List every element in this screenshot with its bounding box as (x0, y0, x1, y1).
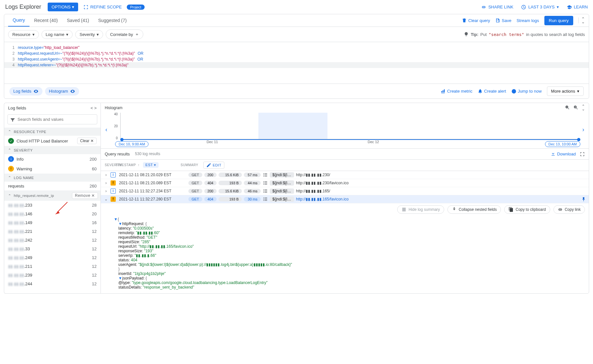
resource-row[interactable]: ✓ Cloud HTTP Load Balancer Clear ✕ (4, 136, 101, 146)
share-link-button[interactable]: SHARE LINK (481, 5, 513, 10)
warning-icon: ! (111, 197, 116, 202)
latency-pill: 46 ms (244, 189, 261, 193)
start-time-pill[interactable]: Dec 10, 9:00 AM (115, 141, 148, 147)
th-timestamp[interactable]: TIMESTAMP ↑ EST ▾ (116, 162, 173, 168)
end-time-pill[interactable]: Dec 13, 10:00 AM (545, 141, 580, 147)
log-fields-chip[interactable]: Log fields (9, 87, 42, 96)
severity-warning-row[interactable]: ! Warning 60 (4, 164, 101, 174)
section-severity[interactable]: ⌃ SEVERITY (4, 146, 101, 154)
query-results-title: Query results (105, 152, 130, 156)
expand-collapse-icon[interactable]: ⌃⌄ (578, 17, 585, 23)
stream-logs-button[interactable]: Stream logs (516, 18, 539, 23)
save-button[interactable]: Save (495, 18, 511, 23)
clock-icon (521, 5, 526, 10)
remote-ip-row[interactable]: ▮▮.▮▮.▮▮.23328 (4, 201, 101, 210)
chevron-up-icon: ⌃ (8, 130, 11, 134)
log-row[interactable]: › i 2021-12-11 08:21:20.029 EST GET 200 … (101, 171, 589, 179)
collapse-nested-button[interactable]: Collapse nested fields (447, 205, 501, 214)
clear-query-button[interactable]: Clear query (462, 18, 490, 23)
remote-ip-row[interactable]: ▮▮.▮▮.▮▮.14916 (4, 218, 101, 227)
tab-suggested[interactable]: Suggested (7) (94, 15, 131, 26)
request-url: http://▮▮.▮▮.▮▮.230/ (296, 173, 330, 177)
remote-ip-row[interactable]: ▮▮.▮▮.▮▮.24412 (4, 279, 101, 288)
edit-columns-button[interactable]: EDIT (203, 162, 224, 169)
tab-recent[interactable]: Recent (40) (30, 15, 62, 26)
clear-resource-button[interactable]: Clear ✕ (77, 138, 97, 144)
timestamp: 2021-12-11 08:21:20.029 EST (119, 173, 179, 177)
resource-filter[interactable]: Resource ▾ (8, 30, 39, 39)
size-pill: 15.6 KiB (219, 189, 242, 193)
pencil-icon (206, 163, 211, 168)
zoom-out-icon[interactable] (565, 105, 570, 111)
remote-ip-row[interactable]: ▮▮.▮▮.▮▮.22112 (4, 227, 101, 236)
remote-ip-row[interactable]: ▮▮.▮▮.▮▮.3312 (4, 245, 101, 253)
check-icon: ✓ (8, 138, 14, 144)
remote-ip-row[interactable]: ▮▮.▮▮.▮▮.24912 (4, 253, 101, 262)
histogram-chart[interactable]: 40 20 0 Dec 10, 9:00 AM Dec 13, 10:00 AM… (109, 113, 580, 146)
log-result-count: 530 log results (135, 152, 160, 156)
section-log-name[interactable]: ⌃ LOG NAME (4, 174, 101, 182)
chevron-down-icon: ▾ (97, 32, 99, 37)
refine-scope-button[interactable]: REFINE SCOPE (83, 5, 122, 10)
logname-requests-row[interactable]: requests 260 (4, 182, 101, 190)
hide-icon (401, 207, 407, 212)
severity-filter[interactable]: Severity ▾ (75, 30, 103, 39)
query-editor[interactable]: 1resource.type="http_load_balancer" 2htt… (4, 42, 589, 84)
download-button[interactable]: Download (551, 151, 576, 157)
logname-filter[interactable]: Log name ▾ (42, 30, 73, 39)
chevron-left-icon[interactable]: ‹ (103, 113, 109, 146)
copy-clipboard-button[interactable]: Copy to clipboard (504, 205, 550, 214)
remote-ip-row[interactable]: ▮▮.▮▮.▮▮.24212 (4, 236, 101, 245)
more-actions-button[interactable]: More actions ▾ (547, 86, 584, 96)
chevron-down-icon[interactable]: ⌄ (103, 197, 109, 201)
method-pill: GET (188, 197, 202, 201)
metric-icon (441, 89, 446, 94)
request-url: http://▮▮.▮▮.▮▮.230/favicon.ico (296, 181, 349, 185)
histogram-chip[interactable]: Histogram (45, 87, 79, 96)
remote-ip-row[interactable]: ▮▮.▮▮.▮▮.21112 (4, 262, 101, 271)
run-query-button[interactable]: Run query (544, 16, 574, 25)
learn-button[interactable]: LEARN (567, 5, 588, 10)
severity-info-row[interactable]: i Info 200 (4, 154, 101, 164)
expand-icon[interactable]: ⌃⌄ (582, 105, 585, 111)
correlate-filter[interactable]: Correlate by ＋ (106, 29, 143, 39)
trash-icon (462, 18, 467, 23)
chevron-up-icon: ⌃ (8, 194, 11, 198)
tab-saved[interactable]: Saved (41) (62, 15, 93, 26)
log-row[interactable]: › ! 2021-12-11 08:21:20.089 EST GET 404 … (101, 179, 589, 187)
graduation-icon (567, 5, 572, 10)
create-metric-button[interactable]: Create metric (441, 89, 472, 94)
fullscreen-icon[interactable] (580, 151, 585, 157)
pin-icon[interactable] (581, 197, 586, 202)
tab-query[interactable]: Query (8, 14, 30, 27)
jump-to-now-button[interactable]: Jump to now (511, 89, 542, 94)
chevron-right-icon[interactable]: › (103, 173, 109, 177)
section-remote-ip[interactable]: ⌃ http_request.remote_ip Remove ✕ (4, 190, 101, 201)
create-alert-button[interactable]: Create alert (478, 89, 506, 94)
chevron-up-icon: ⌃ (8, 148, 11, 152)
method-pill: GET (188, 173, 202, 177)
options-button[interactable]: OPTIONS ▾ (48, 3, 78, 11)
zoom-in-icon[interactable] (573, 105, 578, 111)
bulb-icon (464, 32, 469, 37)
jndi-pill: ${jndi:${low… (270, 197, 294, 202)
log-row[interactable]: › i 2021-12-11 11:32:27.234 EST GET 200 … (101, 187, 589, 195)
chevron-right-icon[interactable]: › (103, 181, 109, 185)
hide-log-summary-button[interactable]: Hide log summary (397, 205, 444, 214)
remote-ip-row[interactable]: ▮▮.▮▮.▮▮.23912 (4, 271, 101, 279)
timerange-button[interactable]: LAST 3 DAYS ▾ (521, 5, 559, 10)
copy-link-button[interactable]: Copy link (553, 205, 585, 214)
section-resource-type[interactable]: ⌃ RESOURCE TYPE (4, 128, 101, 136)
filter-icon (10, 117, 15, 122)
tz-chip[interactable]: EST ▾ (143, 162, 159, 168)
search-fields-input[interactable] (7, 114, 97, 124)
chevron-right-icon[interactable]: › (103, 189, 109, 193)
resize-icon[interactable]: < > (90, 106, 97, 110)
remote-ip-row[interactable]: ▮▮.▮▮.▮▮.14620 (4, 210, 101, 218)
chevron-down-icon: ▾ (66, 32, 68, 37)
remove-remote-ip-button[interactable]: Remove ✕ (72, 192, 98, 199)
log-row[interactable]: ⌄ ! 2021-12-11 11:32:27.280 EST GET 404 … (101, 195, 589, 203)
chevron-right-icon[interactable]: › (580, 113, 586, 146)
log-fields-header: Log fields < > (4, 103, 101, 113)
size-pill: 193 B (219, 181, 242, 185)
